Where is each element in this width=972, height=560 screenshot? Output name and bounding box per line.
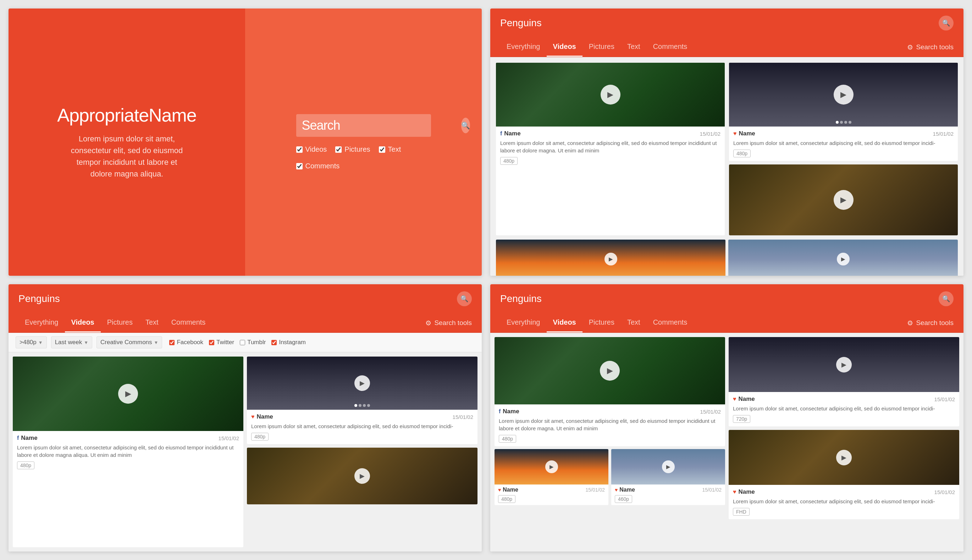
filter-bar: >480p ▼ Last week ▼ Creative Commons ▼ F… — [8, 333, 482, 352]
search-tools-button[interactable]: ⚙ Search tools — [907, 39, 954, 56]
quality-badge-2: 480p — [733, 150, 751, 157]
play-sunset-4[interactable]: ▶ — [545, 460, 558, 473]
play-button-3[interactable]: ▶ — [834, 190, 853, 210]
tab-everything-4[interactable]: Everything — [500, 313, 547, 332]
filter-tumblr[interactable]: Tumblr — [240, 339, 266, 346]
play-button-fog[interactable]: ▶ — [837, 253, 850, 265]
tab-videos[interactable]: Videos — [547, 38, 582, 57]
channel-name-1: f Name — [500, 130, 521, 137]
video-card-2: ▶ ♥ Name 15/01/02 — [729, 63, 958, 161]
panel-results-bottom-left: Penguins 🔍 Everything Videos Pictures Te… — [8, 284, 482, 552]
search-tools-button-4[interactable]: ⚙ Search tools — [907, 315, 954, 332]
hero-right: 🔍 Videos Pictures Text Comments — [245, 8, 482, 276]
tab-comments-4[interactable]: Comments — [647, 313, 694, 332]
filter-comments[interactable]: Comments — [296, 162, 340, 170]
filter-text[interactable]: Text — [379, 145, 401, 153]
dropdown-arrow-3: ▼ — [154, 340, 159, 345]
video-thumb-2: ▶ — [729, 63, 958, 127]
play-button-1[interactable]: ▶ — [601, 85, 621, 105]
channel-name-2: ♥ Name — [733, 130, 755, 137]
dropdown-arrow: ▼ — [38, 340, 43, 345]
search-icon-button-3[interactable]: 🔍 — [457, 291, 472, 306]
video-card-4-1: ▶ f Name 15/01/02 Lorem ipsum dolor sit … — [495, 337, 725, 446]
desc-4-2: Lorem ipsum dolor sit amet, consectetur … — [733, 405, 955, 412]
play-button-2[interactable]: ▶ — [834, 85, 853, 105]
tab-comments[interactable]: Comments — [647, 38, 694, 57]
video-card-4-3: ▶ ♥ Name 15/01/02 Lorem ipsum dolor sit … — [729, 430, 959, 519]
filter-videos[interactable]: Videos — [296, 145, 327, 153]
play-button-4-1[interactable]: ▶ — [600, 361, 620, 381]
video-card-3: ▶ — [729, 165, 958, 235]
quality-fog-4: 460p — [615, 495, 632, 503]
search-box-row: 🔍 — [296, 114, 431, 137]
search-button[interactable]: 🔍 — [461, 118, 470, 133]
video-meta-4-1: f Name 15/01/02 Lorem ipsum dolor sit am… — [495, 404, 725, 446]
quality-4-2: 720p — [733, 415, 750, 423]
channel-4-3: ♥ Name — [733, 488, 755, 495]
tab-pictures[interactable]: Pictures — [582, 38, 621, 57]
search-icon-button[interactable]: 🔍 — [939, 16, 954, 30]
results-grid-3: ▶ f Name 15/01/02 Lorem ipsum dolor sit … — [8, 352, 482, 552]
filter-twitter[interactable]: Twitter — [209, 339, 234, 346]
video-meta-1: f Name 15/01/02 Lorem ipsum dolor sit am… — [496, 127, 725, 168]
video-meta-3-2: ♥ Name 15/01/02 Lorem ipsum dolor sit am… — [247, 410, 477, 444]
heart-icon: ♥ — [733, 130, 737, 137]
nav-tabs-4: Everything Videos Pictures Text Comments… — [490, 313, 964, 333]
tab-everything[interactable]: Everything — [500, 38, 547, 57]
video-card-4-fog: ▶ ♥ Name 15/01/02 460p — [611, 449, 725, 505]
gear-icon: ⚙ — [907, 43, 913, 52]
results-area: ▶ f Name 15/01/02 Lorem ipsum dolor sit … — [490, 57, 964, 276]
tab-text[interactable]: Text — [621, 38, 647, 57]
tab-everything-3[interactable]: Everything — [18, 313, 65, 332]
video-card-3-1: ▶ f Name 15/01/02 Lorem ipsum dolor sit … — [13, 357, 243, 547]
play-fog-4[interactable]: ▶ — [662, 460, 675, 473]
channel-4-1: f Name — [499, 408, 519, 415]
search-icon-4: 🔍 — [942, 295, 950, 303]
video-card-1: ▶ f Name 15/01/02 Lorem ipsum dolor sit … — [496, 63, 725, 235]
quality-filter-label: >480p — [20, 339, 37, 346]
play-button-3-2[interactable]: ▶ — [355, 375, 370, 391]
tab-comments-3[interactable]: Comments — [165, 313, 212, 332]
filter-facebook[interactable]: Facebook — [169, 339, 203, 346]
date-3-1: 15/01/02 — [219, 435, 239, 441]
small-card-fog: ▶ — [728, 240, 958, 276]
search-header-3: Penguins 🔍 — [8, 284, 482, 313]
gear-icon-4: ⚙ — [907, 319, 913, 327]
play-button-3-1[interactable]: ▶ — [118, 384, 138, 404]
results-grid-4: ▶ f Name 15/01/02 Lorem ipsum dolor sit … — [490, 333, 964, 552]
play-button-4-2[interactable]: ▶ — [836, 357, 852, 373]
tab-text-3[interactable]: Text — [139, 313, 165, 332]
tab-pictures-4[interactable]: Pictures — [582, 313, 621, 332]
filter-pictures[interactable]: Pictures — [335, 145, 370, 153]
tab-pictures-3[interactable]: Pictures — [101, 313, 139, 332]
video-card-3-2: ▶ ♥ Name 15/01/02 — [247, 357, 477, 444]
hero-left: AppropriateName Lorem ipsum dolor sit am… — [8, 8, 245, 276]
play-button-3-3[interactable]: ▶ — [355, 468, 370, 484]
quality-filter[interactable]: >480p ▼ — [16, 337, 47, 348]
channel-3-1: f Name — [17, 435, 38, 442]
query-text-3: Penguins — [18, 293, 451, 305]
tab-videos-3[interactable]: Videos — [65, 313, 101, 332]
play-button-4-3[interactable]: ▶ — [836, 450, 852, 465]
quality-badge-1: 480p — [500, 157, 518, 165]
play-button-sunset[interactable]: ▶ — [604, 253, 617, 265]
dots-indicator — [836, 121, 852, 124]
filter-instagram[interactable]: Instagram — [271, 339, 306, 346]
search-icon-button-4[interactable]: 🔍 — [939, 291, 954, 306]
desc-4-1: Lorem ipsum dolor sit amet, consectetur … — [499, 417, 721, 432]
tab-text-4[interactable]: Text — [621, 313, 647, 332]
desc-1: Lorem ipsum dolor sit amet, consectetur … — [500, 139, 721, 154]
desc-2: Lorem ipsum dolor sit amet, consectetur … — [733, 139, 954, 147]
time-filter[interactable]: Last week ▼ — [51, 337, 92, 348]
channel-4-2: ♥ Name — [733, 395, 755, 403]
desc-3-2: Lorem ipsum dolor sit amet, consectetur … — [251, 422, 473, 430]
search-input[interactable] — [302, 118, 461, 133]
search-header-4: Penguins 🔍 — [490, 284, 964, 313]
search-tools-button-3[interactable]: ⚙ Search tools — [425, 315, 472, 332]
video-card-4-2: ▶ ♥ Name 15/01/02 Lorem ipsum dolor sit … — [729, 337, 959, 427]
video-thumb-1: ▶ — [496, 63, 725, 127]
license-filter[interactable]: Creative Commons ▼ — [97, 337, 162, 348]
desc-3-1: Lorem ipsum dolor sit amet, consectetur … — [17, 444, 239, 458]
date-1: 15/01/02 — [700, 131, 721, 137]
tab-videos-4[interactable]: Videos — [547, 313, 582, 332]
